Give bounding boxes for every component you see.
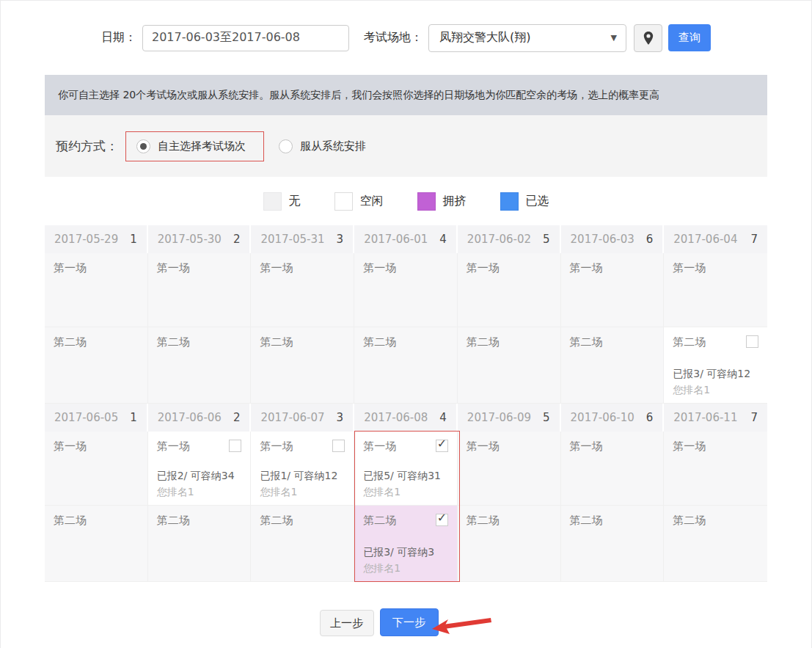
- prev-step-button[interactable]: 上一步: [320, 610, 374, 636]
- calendar-day-header: 2017-06-051: [45, 404, 148, 432]
- red-arrow-annotation: [431, 616, 493, 636]
- calendar-session-row: 第一场第一场第一场第一场第一场第一场第一场: [45, 253, 767, 327]
- session-cell: 第二场: [561, 327, 665, 404]
- legend-swatch-拥挤: [417, 192, 436, 211]
- session-name: 第一场: [673, 440, 706, 453]
- session-name: 第一场: [570, 261, 603, 274]
- day-weekday: 4: [439, 411, 447, 424]
- calendar-session-row: 第二场第二场第二场第二场✓已报3/ 可容纳3您排名1第二场第二场第二场: [45, 506, 767, 582]
- capacity-text: 已报2/ 可容纳34: [157, 470, 235, 483]
- session-cell: 第一场: [45, 432, 148, 506]
- day-date: 2017-06-04: [673, 233, 737, 246]
- session-cell: 第一场: [458, 253, 561, 327]
- calendar-day-header: 2017-06-095: [458, 404, 561, 432]
- map-pin-icon: [643, 31, 654, 45]
- session-cell: 第二场: [45, 327, 148, 404]
- date-label: 日期：: [101, 30, 136, 45]
- session-name: 第一场: [363, 440, 396, 453]
- session-name: 第二场: [54, 514, 87, 527]
- session-name: 第二场: [363, 335, 396, 349]
- day-date: 2017-06-11: [673, 411, 737, 424]
- calendar-session-row: 第一场第一场已报2/ 可容纳34您排名1第一场已报1/ 可容纳12您排名1第一场…: [45, 432, 767, 506]
- radio-option-system-arrange[interactable]: 服从系统安排: [279, 139, 366, 153]
- day-date: 2017-06-07: [260, 411, 324, 424]
- map-location-button[interactable]: [634, 24, 662, 52]
- session-cell: 第一场: [354, 253, 458, 327]
- session-name: 第二场: [467, 335, 500, 349]
- calendar-day-header: 2017-06-062: [148, 404, 252, 432]
- session-cell: 第一场: [45, 253, 148, 327]
- session-name: 第一场: [157, 261, 190, 274]
- capacity-text: 已报3/ 可容纳12: [673, 368, 750, 381]
- day-weekday: 3: [337, 411, 344, 424]
- day-date: 2017-06-02: [467, 233, 531, 246]
- session-cell: 第二场: [45, 506, 148, 582]
- session-name: 第一场: [467, 261, 500, 274]
- session-name: 第一场: [673, 261, 706, 274]
- session-cell: 第一场: [251, 253, 354, 327]
- session-checkbox[interactable]: ✓: [436, 440, 448, 452]
- calendar-day-header: 2017-06-014: [354, 225, 458, 253]
- day-date: 2017-06-05: [54, 411, 118, 424]
- day-weekday: 6: [646, 233, 654, 246]
- session-cell: 第一场已报1/ 可容纳12您排名1: [251, 432, 354, 506]
- venue-select[interactable]: 凤翔交警大队(翔) ▼: [428, 24, 626, 52]
- session-cell: 第二场: [251, 327, 354, 404]
- session-cell: 第二场: [354, 327, 458, 404]
- session-name: 第二场: [673, 335, 706, 349]
- day-weekday: 4: [439, 233, 447, 246]
- calendar-day-header: 2017-06-117: [664, 404, 767, 432]
- date-range-input[interactable]: [142, 25, 349, 51]
- session-name: 第二场: [673, 514, 706, 527]
- notice-bar: 你可自主选择 20个考试场次或服从系统安排。服从系统安排后，我们会按照你选择的日…: [45, 75, 767, 115]
- radio-icon[interactable]: [136, 139, 150, 153]
- session-name: 第二场: [467, 514, 500, 527]
- rank-text: 您排名1: [363, 486, 400, 499]
- legend-swatch-无: [263, 192, 282, 211]
- booking-method-section: 预约方式： 自主选择考试场次 服从系统安排: [45, 115, 767, 177]
- legend-item: 空闲: [334, 192, 384, 211]
- check-icon: ✓: [437, 512, 447, 524]
- radio-option-self-select[interactable]: 自主选择考试场次: [136, 139, 246, 153]
- session-checkbox[interactable]: [229, 440, 241, 452]
- session-cell: 第二场: [664, 506, 767, 582]
- session-name: 第二场: [570, 335, 603, 349]
- calendar-day-header: 2017-06-025: [458, 225, 561, 253]
- session-cell: 第一场已报2/ 可容纳34您排名1: [148, 432, 252, 506]
- session-checkbox[interactable]: [332, 440, 345, 452]
- day-weekday: 1: [130, 233, 137, 246]
- footer: 上一步 下一步: [1, 582, 811, 636]
- calendar-day-header: 2017-05-313: [251, 225, 354, 253]
- capacity-text: 已报3/ 可容纳3: [363, 546, 434, 559]
- calendar-session-row: 第二场第二场第二场第二场第二场第二场第二场已报3/ 可容纳12您排名1: [45, 327, 767, 404]
- session-name: 第二场: [260, 335, 293, 349]
- day-weekday: 3: [337, 233, 344, 246]
- radio-icon[interactable]: [279, 139, 293, 153]
- query-button[interactable]: 查询: [668, 24, 711, 51]
- session-cell: 第一场✓已报5/ 可容纳31您排名1: [354, 432, 458, 506]
- session-name: 第一场: [260, 261, 293, 274]
- calendar-day-header: 2017-06-084: [354, 404, 458, 432]
- session-checkbox[interactable]: [746, 335, 758, 348]
- day-date: 2017-05-30: [158, 233, 222, 246]
- next-step-button[interactable]: 下一步: [380, 608, 439, 636]
- venue-label: 考试场地：: [364, 30, 423, 45]
- rank-text: 您排名1: [157, 486, 194, 499]
- calendar-week: 2017-05-2912017-05-3022017-05-3132017-06…: [45, 225, 767, 404]
- session-cell: 第一场: [148, 253, 252, 327]
- legend-label: 无: [289, 194, 301, 209]
- session-name: 第一场: [157, 440, 190, 453]
- day-weekday: 2: [233, 233, 241, 246]
- legend-item: 已选: [500, 192, 549, 211]
- session-cell: 第一场: [458, 432, 561, 506]
- calendar-header-row: 2017-06-0512017-06-0622017-06-0732017-06…: [45, 404, 767, 432]
- session-name: 第二场: [363, 514, 396, 527]
- calendar-day-header: 2017-06-106: [561, 404, 665, 432]
- day-weekday: 6: [646, 411, 654, 424]
- session-cell: 第二场已报3/ 可容纳12您排名1: [664, 327, 767, 404]
- session-checkbox[interactable]: ✓: [436, 514, 448, 526]
- session-name: 第一场: [54, 261, 87, 274]
- session-name: 第二场: [157, 335, 190, 349]
- day-date: 2017-06-10: [571, 411, 634, 424]
- session-name: 第一场: [570, 440, 603, 453]
